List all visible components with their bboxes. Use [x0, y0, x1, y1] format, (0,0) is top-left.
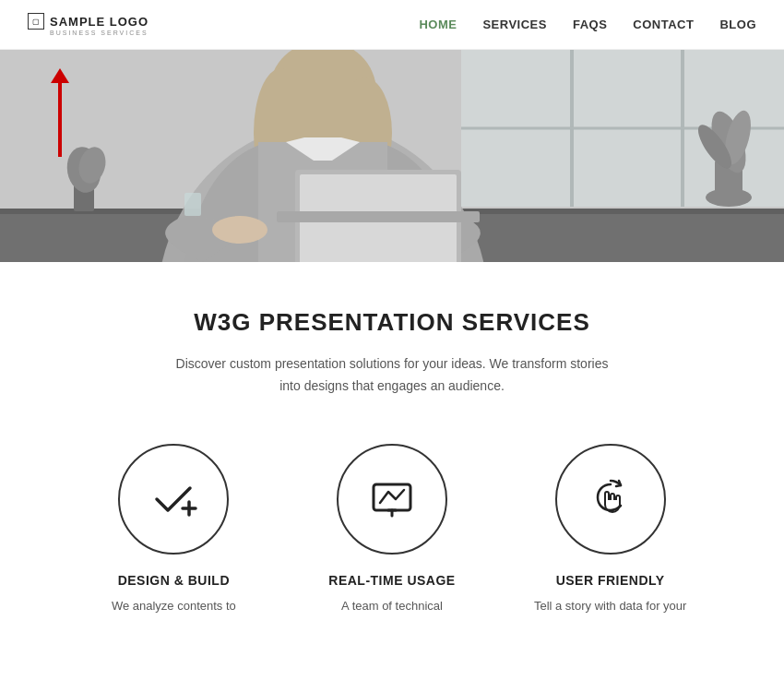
arrow-head [51, 68, 69, 83]
section-title: W3G PRESENTATION SERVICES [28, 308, 756, 337]
feature-real-time: REAL-TIME USAGE A team of technical [291, 444, 493, 616]
real-time-title: REAL-TIME USAGE [328, 573, 455, 588]
logo-tagline: BUSINESS SERVICES [50, 30, 148, 36]
user-friendly-desc: Tell a story with data for your [534, 597, 686, 616]
nav-blog[interactable]: BLOG [719, 18, 756, 31]
design-build-title: DESIGN & BUILD [118, 573, 230, 588]
design-build-icon-circle [118, 444, 229, 555]
nav-contact[interactable]: CONTACT [633, 18, 694, 31]
main-content: W3G PRESENTATION SERVICES Discover custo… [0, 262, 784, 643]
svg-rect-22 [277, 211, 480, 222]
check-plus-icon [149, 475, 197, 523]
logo-name: SAMPLE LOGO [50, 15, 148, 29]
svg-point-18 [212, 216, 267, 244]
nav-home[interactable]: HOME [419, 18, 457, 31]
svg-rect-26 [184, 193, 201, 216]
real-time-desc: A team of technical [341, 597, 443, 616]
nav-services[interactable]: SERVICES [482, 18, 547, 31]
features-row: DESIGN & BUILD We analyze contents to RE… [28, 444, 756, 616]
feature-user-friendly: USER FRIENDLY Tell a story with data for… [509, 444, 712, 616]
header: ▢ SAMPLE LOGO BUSINESS SERVICES HOME SER… [0, 0, 784, 50]
logo: ▢ SAMPLE LOGO BUSINESS SERVICES [28, 13, 148, 36]
real-time-icon-circle [337, 444, 447, 555]
hero-scene [0, 50, 784, 262]
main-nav: HOME SERVICES FAQS CONTACT BLOG [419, 18, 756, 31]
section-description: Discover custom presentation solutions f… [171, 353, 613, 398]
user-friendly-title: USER FRIENDLY [556, 573, 665, 588]
logo-icon: ▢ [28, 13, 44, 30]
chart-monitor-icon [368, 475, 416, 523]
hand-rotate-icon [587, 475, 635, 523]
user-friendly-icon-circle [555, 444, 666, 555]
svg-rect-29 [374, 484, 410, 510]
hero-banner [0, 50, 784, 262]
nav-faqs[interactable]: FAQS [573, 18, 607, 31]
arrow-line [58, 83, 62, 157]
design-build-desc: We analyze contents to [112, 597, 236, 616]
feature-design-build: DESIGN & BUILD We analyze contents to [72, 444, 275, 616]
annotation-arrow [51, 68, 69, 157]
